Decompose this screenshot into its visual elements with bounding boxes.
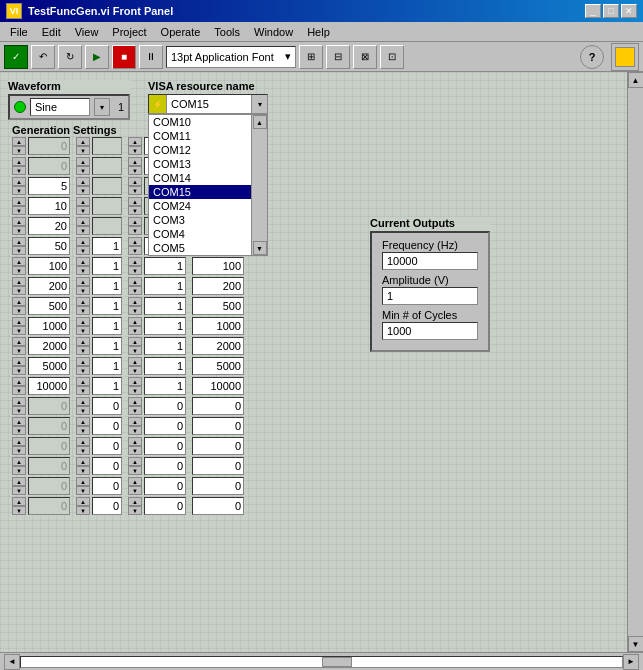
status-scroll-track[interactable] [20,656,623,668]
field-col4[interactable]: 0 [192,417,244,435]
spinner-col3[interactable]: ▲▼ [128,297,142,315]
spinner-col2[interactable]: ▲▼ [76,437,90,455]
spinner-col2[interactable]: ▲▼ [76,317,90,335]
field-col3[interactable]: 1 [144,357,186,375]
visa-option-com14[interactable]: COM14 [149,171,267,185]
visa-option-com13[interactable]: COM13 [149,157,267,171]
spinner-freq[interactable]: ▲▼ [12,397,26,415]
spinner-freq[interactable]: ▲▼ [12,357,26,375]
field-col4[interactable]: 200 [192,277,244,295]
spinner-col3[interactable]: ▲▼ [128,137,142,155]
spinner-col3[interactable]: ▲▼ [128,277,142,295]
field-col3[interactable]: 1 [144,317,186,335]
menu-item-operate[interactable]: Operate [155,24,207,40]
run-button[interactable]: ✓ [4,45,28,69]
field-col2[interactable] [92,137,122,155]
field-freq[interactable]: 50 [28,237,70,255]
field-col2[interactable]: 1 [92,257,122,275]
spinner-col2[interactable]: ▲▼ [76,457,90,475]
spinner-col3[interactable]: ▲▼ [128,357,142,375]
spinner-col2[interactable]: ▲▼ [76,277,90,295]
toolbar-btn-2[interactable]: ↻ [58,45,82,69]
field-freq[interactable]: 5000 [28,357,70,375]
waveform-control[interactable]: Sine ▾ 1 [8,94,130,120]
font-dropdown[interactable]: 13pt Application Font ▾ [166,46,296,68]
field-freq[interactable]: 20 [28,217,70,235]
help-button[interactable]: ? [580,45,604,69]
spinner-col3[interactable]: ▲▼ [128,257,142,275]
field-col3[interactable]: 0 [144,457,186,475]
spinner-freq[interactable]: ▲▼ [12,137,26,155]
field-col3[interactable]: 1 [144,377,186,395]
field-freq[interactable]: 500 [28,297,70,315]
spinner-col3[interactable]: ▲▼ [128,457,142,475]
spinner-col2[interactable]: ▲▼ [76,397,90,415]
field-col4[interactable]: 0 [192,457,244,475]
maximize-button[interactable]: □ [603,4,619,18]
field-col3[interactable]: 1 [144,277,186,295]
visa-option-com5[interactable]: COM5 [149,241,267,255]
field-freq[interactable]: 0 [28,417,70,435]
close-button[interactable]: ✕ [621,4,637,18]
spinner-col2[interactable]: ▲▼ [76,417,90,435]
field-col2[interactable]: 0 [92,437,122,455]
menu-item-file[interactable]: File [4,24,34,40]
menu-item-help[interactable]: Help [301,24,336,40]
waveform-dropdown[interactable]: Sine [30,98,90,116]
field-col2[interactable]: 1 [92,377,122,395]
spinner-col2[interactable]: ▲▼ [76,497,90,515]
vertical-scrollbar[interactable]: ▲ ▼ [627,72,643,652]
spinner-col3[interactable]: ▲▼ [128,437,142,455]
field-freq[interactable]: 0 [28,397,70,415]
spinner-col3[interactable]: ▲▼ [128,157,142,175]
spinner-col3[interactable]: ▲▼ [128,497,142,515]
visa-option-com11[interactable]: COM11 [149,129,267,143]
field-freq[interactable]: 5 [28,177,70,195]
field-col4[interactable]: 0 [192,497,244,515]
field-col4[interactable]: 10000 [192,377,244,395]
toolbar-reorder-btn[interactable]: ⊡ [380,45,404,69]
menu-item-window[interactable]: Window [248,24,299,40]
spinner-col3[interactable]: ▲▼ [128,377,142,395]
spinner-freq[interactable]: ▲▼ [12,417,26,435]
field-col2[interactable] [92,217,122,235]
menu-item-edit[interactable]: Edit [36,24,67,40]
field-freq[interactable]: 0 [28,437,70,455]
field-col2[interactable]: 1 [92,277,122,295]
field-freq[interactable]: 0 [28,497,70,515]
visa-dropdown-header[interactable]: ⚡ COM15 ▾ [148,94,268,114]
field-col4[interactable]: 0 [192,397,244,415]
field-col2[interactable] [92,157,122,175]
field-col2[interactable]: 0 [92,477,122,495]
visa-dropdown-arrow[interactable]: ▾ [251,95,267,113]
field-col3[interactable]: 0 [144,437,186,455]
field-freq[interactable]: 10 [28,197,70,215]
field-col2[interactable]: 1 [92,297,122,315]
spinner-freq[interactable]: ▲▼ [12,377,26,395]
spinner-col3[interactable]: ▲▼ [128,397,142,415]
spinner-col3[interactable]: ▲▼ [128,197,142,215]
spinner-col2[interactable]: ▲▼ [76,137,90,155]
run-vi-button[interactable]: ▶ [85,45,109,69]
field-col2[interactable] [92,197,122,215]
field-freq[interactable]: 10000 [28,377,70,395]
field-col2[interactable]: 1 [92,357,122,375]
toolbar-btn-1[interactable]: ↶ [31,45,55,69]
spinner-col3[interactable]: ▲▼ [128,417,142,435]
spinner-col2[interactable]: ▲▼ [76,337,90,355]
menu-item-view[interactable]: View [69,24,105,40]
spinner-freq[interactable]: ▲▼ [12,297,26,315]
field-freq[interactable]: 100 [28,257,70,275]
visa-option-com15[interactable]: COM15 [149,185,267,199]
field-col4[interactable]: 100 [192,257,244,275]
visa-option-com10[interactable]: COM10 [149,115,267,129]
field-col4[interactable]: 5000 [192,357,244,375]
spinner-col2[interactable]: ▲▼ [76,217,90,235]
status-scroll-left[interactable]: ◄ [4,654,20,670]
spinner-freq[interactable]: ▲▼ [12,217,26,235]
spinner-freq[interactable]: ▲▼ [12,457,26,475]
field-col4[interactable]: 0 [192,437,244,455]
field-freq[interactable]: 2000 [28,337,70,355]
field-col2[interactable]: 0 [92,417,122,435]
field-col4[interactable]: 2000 [192,337,244,355]
